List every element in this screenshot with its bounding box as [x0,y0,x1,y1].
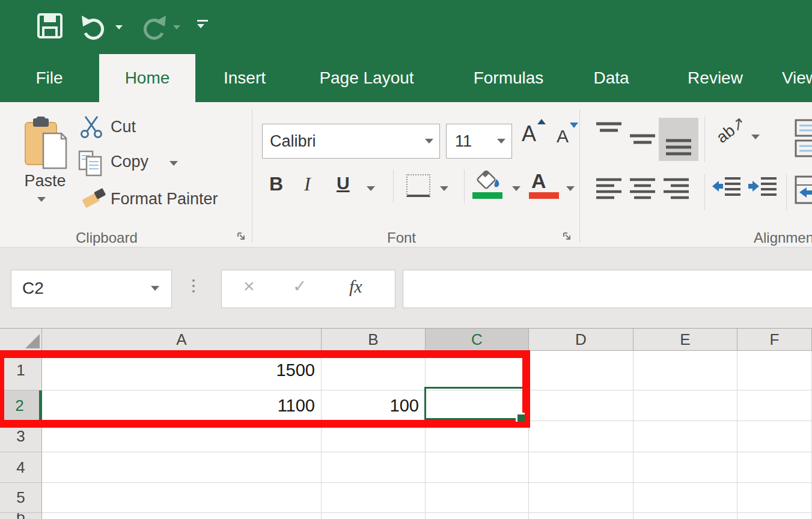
decrease-font-size-button[interactable]: A [557,126,569,147]
tab-home[interactable]: Home [99,54,195,102]
cell-d5[interactable] [529,483,633,513]
font-dialog-launcher-icon[interactable] [563,232,572,241]
font-name-select[interactable]: Calibri [262,124,440,159]
select-all-button[interactable] [0,329,42,351]
tab-insert[interactable]: Insert [215,54,275,102]
customize-qat-button[interactable] [197,20,208,28]
cell-a6[interactable] [42,513,322,519]
copy-dropdown-icon[interactable] [169,161,178,166]
align-right-button[interactable] [662,177,690,203]
undo-button[interactable] [79,14,111,42]
font-color-dropdown-icon[interactable] [566,186,575,191]
insert-function-button[interactable]: fx [349,276,362,297]
formula-bar-separator-dots-icon[interactable] [192,276,195,296]
increase-font-size-button[interactable]: A [522,121,536,147]
cell-e4[interactable] [633,452,737,483]
copy-icon [78,150,103,177]
undo-dropdown-icon[interactable] [115,25,123,29]
cell-d2[interactable] [529,390,633,421]
increase-indent-button[interactable] [748,175,778,203]
cell-e6[interactable] [633,513,737,519]
cell-c6[interactable] [426,513,529,519]
cell-c4[interactable] [426,452,529,483]
cell-d3[interactable] [529,421,633,452]
column-header-row: A B C D E F [0,329,812,351]
tab-page-layout[interactable]: Page Layout [313,54,421,102]
cell-c5[interactable] [426,483,529,513]
copy-button[interactable] [78,150,103,177]
cell-b6[interactable] [322,513,426,519]
format-painter-button[interactable] [82,186,108,211]
cell-f2[interactable] [737,390,812,421]
format-painter-icon [82,186,108,211]
cell-d6[interactable] [529,513,633,519]
bottom-align-button[interactable] [659,118,698,161]
borders-button[interactable] [406,174,430,197]
formula-input[interactable] [403,270,812,308]
tab-file[interactable]: File [25,54,73,102]
fill-color-button[interactable] [474,171,505,192]
tab-view[interactable]: View [773,54,812,102]
center-button[interactable] [629,177,656,203]
cell-a5[interactable] [42,483,322,513]
orientation-button[interactable]: ab↗ [715,120,747,139]
font-size-select[interactable]: 11 [446,124,512,159]
name-box[interactable]: C2 [11,270,172,308]
column-header-a[interactable]: A [42,329,322,351]
cut-label[interactable]: Cut [111,118,136,136]
redo-dropdown-icon[interactable] [173,25,180,29]
name-box-dropdown-icon[interactable] [151,286,159,291]
decrease-indent-button[interactable] [712,175,742,203]
row-header-4[interactable]: 4 [0,452,42,483]
fill-handle[interactable] [516,413,525,422]
cell-f5[interactable] [737,483,812,513]
merge-center-button[interactable] [795,175,812,205]
column-header-c[interactable]: C [426,329,529,351]
enter-button[interactable]: ✓ [293,276,307,296]
tab-data[interactable]: Data [578,54,644,102]
column-header-e[interactable]: E [633,329,737,351]
bold-button[interactable]: B [269,173,283,195]
cell-f4[interactable] [737,452,812,483]
paste-label[interactable]: Paste [18,172,72,190]
cancel-button[interactable]: × [243,275,255,297]
underline-button[interactable]: U [337,173,350,193]
cell-f6[interactable] [737,513,812,519]
cell-e2[interactable] [633,390,737,421]
middle-align-button[interactable] [629,120,656,157]
cell-b5[interactable] [322,483,426,513]
cell-d1[interactable] [529,351,633,390]
align-left-button[interactable] [595,177,623,203]
save-button[interactable] [36,12,64,40]
wrap-text-button[interactable] [795,119,812,159]
row-header-6[interactable]: 6 [0,513,42,519]
column-header-f[interactable]: F [737,329,812,351]
cell-e1[interactable] [633,351,737,390]
fill-color-dropdown-icon[interactable] [512,186,520,191]
paste-dropdown-icon[interactable] [37,197,46,202]
borders-dropdown-icon[interactable] [440,186,448,191]
top-align-button[interactable] [595,120,623,157]
redo-button[interactable] [137,14,168,42]
cut-button[interactable] [79,115,103,139]
underline-dropdown-icon[interactable] [367,186,375,191]
font-color-button[interactable]: A [531,169,546,193]
cell-e3[interactable] [633,421,737,452]
italic-button[interactable]: I [304,173,311,195]
paste-button[interactable] [23,117,70,172]
cell-b4[interactable] [322,452,426,483]
column-header-d[interactable]: D [529,329,633,351]
format-painter-label[interactable]: Format Painter [111,190,218,208]
cell-f3[interactable] [737,421,812,452]
column-header-b[interactable]: B [322,329,426,351]
tab-review[interactable]: Review [673,54,757,102]
tab-formulas[interactable]: Formulas [460,54,557,102]
orientation-dropdown-icon[interactable] [751,135,760,139]
clipboard-dialog-launcher-icon[interactable] [237,232,246,241]
copy-label[interactable]: Copy [111,153,148,171]
cell-f1[interactable] [737,351,812,390]
cell-a4[interactable] [42,452,322,483]
cell-e5[interactable] [633,483,737,513]
cell-d4[interactable] [529,452,633,483]
row-header-5[interactable]: 5 [0,483,42,513]
